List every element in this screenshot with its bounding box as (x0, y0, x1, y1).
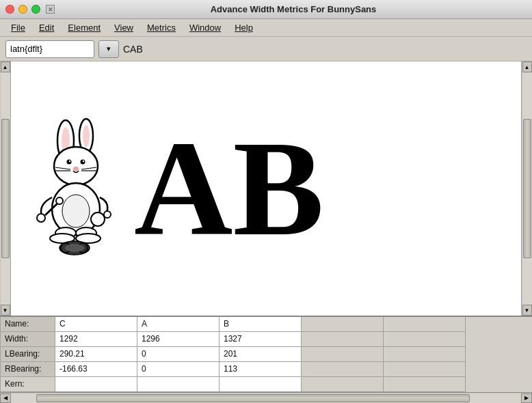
rbearing-row: RBearing: -166.63 0 113 (0, 362, 532, 377)
window-title: Advance Width Metrics For BunnySans (60, 4, 527, 14)
scroll-thumb-vertical[interactable] (1, 119, 10, 258)
glyph-B: B (232, 120, 323, 257)
kern-C[interactable] (55, 377, 137, 392)
right-scrollbar[interactable]: ▲ ▼ (521, 61, 532, 316)
metrics-table: Name: C A B Width: 1292 1296 1327 LBeari… (0, 316, 532, 392)
svg-point-18 (56, 197, 63, 204)
down-arrow-icon: ▼ (3, 307, 8, 314)
rbearing-empty-2 (384, 362, 466, 377)
rbearing-label: RBearing: (1, 362, 55, 377)
menu-edit[interactable]: Edit (34, 21, 59, 34)
width-empty-2 (384, 332, 466, 347)
bunny-svg (28, 117, 131, 260)
glyph-canvas: A B (11, 61, 521, 316)
scroll-thumb-horizontal[interactable] (36, 394, 470, 402)
svg-point-15 (62, 195, 90, 227)
lbearing-A[interactable]: 0 (137, 347, 220, 362)
left-arrow-icon: ◀ (3, 395, 8, 401)
svg-point-28 (65, 244, 84, 252)
width-A[interactable]: 1296 (137, 332, 220, 347)
svg-point-24 (91, 212, 105, 226)
glyph-A: A (134, 120, 232, 257)
svg-point-7 (69, 161, 70, 162)
menu-view[interactable]: View (109, 21, 139, 34)
svg-point-5 (67, 160, 72, 165)
scroll-track-vertical[interactable] (1, 72, 10, 305)
title-bar: ✕ Advance Width Metrics For BunnySans (0, 0, 532, 19)
main-section: ▲ ▼ (0, 61, 532, 403)
menu-help[interactable]: Help (229, 21, 258, 34)
window-buttons (5, 5, 40, 14)
svg-point-16 (37, 214, 45, 222)
name-empty-1 (302, 317, 384, 332)
lbearing-empty-1 (302, 347, 384, 362)
script-input[interactable] (5, 40, 94, 58)
menu-file[interactable]: File (5, 21, 31, 34)
scroll-right-up-button[interactable]: ▲ (522, 61, 532, 72)
dropdown-button[interactable]: ▾ (98, 40, 119, 58)
kern-label: Kern: (1, 377, 55, 392)
lbearing-row: LBearing: 290.21 0 201 (0, 347, 532, 362)
maximize-button[interactable] (31, 5, 40, 14)
rbearing-C[interactable]: -166.63 (55, 362, 137, 377)
scroll-track-horizontal[interactable] (11, 393, 521, 403)
scroll-left-button[interactable]: ◀ (0, 393, 11, 403)
glyph-letters: A B (134, 120, 324, 257)
x-icon[interactable]: ✕ (46, 5, 55, 14)
kern-row: Kern: (0, 377, 532, 392)
bunny-mascot (25, 113, 134, 264)
rbearing-B[interactable]: 113 (220, 362, 302, 377)
width-label: Width: (1, 332, 55, 347)
name-C[interactable]: C (55, 317, 137, 332)
rbearing-A[interactable]: 0 (137, 362, 220, 377)
width-row: Width: 1292 1296 1327 (0, 332, 532, 347)
horizontal-scrollbar[interactable]: ◀ ▶ (0, 392, 532, 403)
scroll-right-down-button[interactable]: ▼ (522, 305, 532, 316)
svg-point-6 (81, 160, 85, 165)
lbearing-empty-2 (384, 347, 466, 362)
svg-point-4 (54, 147, 98, 185)
lbearing-C[interactable]: 290.21 (55, 347, 137, 362)
menu-element[interactable]: Element (62, 21, 106, 34)
name-B[interactable]: B (220, 317, 302, 332)
width-empty-1 (302, 332, 384, 347)
chevron-down-icon: ▾ (107, 44, 111, 53)
lbearing-B[interactable]: 201 (220, 347, 302, 362)
kern-empty-2 (384, 377, 466, 392)
kern-empty-1 (302, 377, 384, 392)
close-button[interactable] (5, 5, 14, 14)
width-C[interactable]: 1292 (55, 332, 137, 347)
right-down-arrow-icon: ▼ (524, 307, 530, 314)
right-up-arrow-icon: ▲ (524, 64, 530, 70)
rbearing-empty-1 (302, 362, 384, 377)
menu-bar: File Edit Element View Metrics Window He… (0, 19, 532, 37)
right-arrow-icon: ▶ (524, 395, 529, 401)
name-empty-2 (384, 317, 466, 332)
svg-point-3 (83, 125, 90, 147)
menu-metrics[interactable]: Metrics (142, 21, 181, 34)
chars-input[interactable] (123, 44, 527, 55)
scroll-down-button[interactable]: ▼ (1, 305, 10, 316)
up-arrow-icon: ▲ (3, 64, 8, 70)
svg-point-8 (83, 161, 84, 162)
width-B[interactable]: 1327 (220, 332, 302, 347)
kern-A[interactable] (137, 377, 220, 392)
canvas-with-scrollbars: ▲ ▼ (0, 61, 532, 316)
svg-point-9 (73, 167, 79, 171)
scroll-right-button[interactable]: ▶ (521, 393, 532, 403)
vertical-scrollbar[interactable]: ▲ ▼ (0, 61, 11, 316)
menu-window[interactable]: Window (184, 21, 226, 34)
glyph-display: A B (25, 68, 507, 309)
minimize-button[interactable] (18, 5, 27, 14)
svg-point-19 (104, 211, 111, 218)
toolbar: ▾ (0, 37, 532, 61)
name-row: Name: C A B (0, 317, 532, 332)
right-scroll-track[interactable] (522, 72, 532, 305)
lbearing-label: LBearing: (1, 347, 55, 362)
name-A[interactable]: A (137, 317, 220, 332)
name-label: Name: (1, 317, 55, 332)
right-scroll-thumb[interactable] (523, 119, 531, 258)
kern-B[interactable] (220, 377, 302, 392)
scroll-up-button[interactable]: ▲ (1, 61, 10, 72)
